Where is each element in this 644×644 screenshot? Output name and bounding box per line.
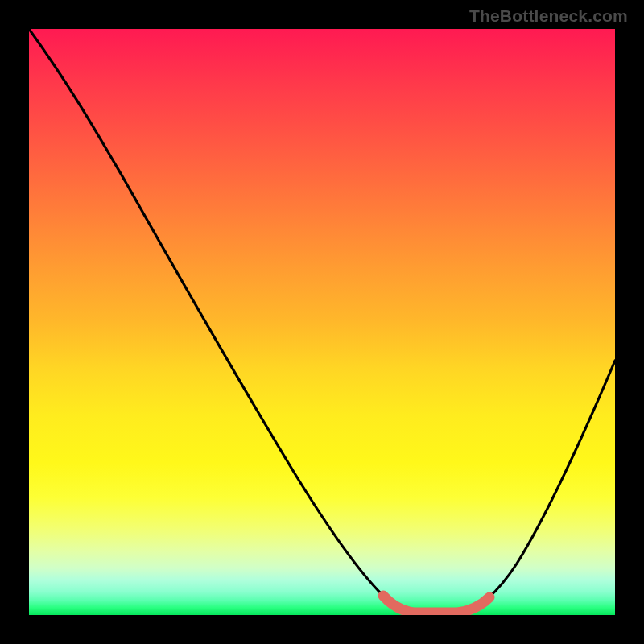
watermark-text: TheBottleneck.com <box>469 6 628 26</box>
plot-area <box>29 29 615 615</box>
bottleneck-curve <box>29 29 615 613</box>
chart-frame: TheBottleneck.com <box>0 0 644 644</box>
trough-highlight <box>383 596 489 613</box>
chart-svg <box>29 29 615 615</box>
